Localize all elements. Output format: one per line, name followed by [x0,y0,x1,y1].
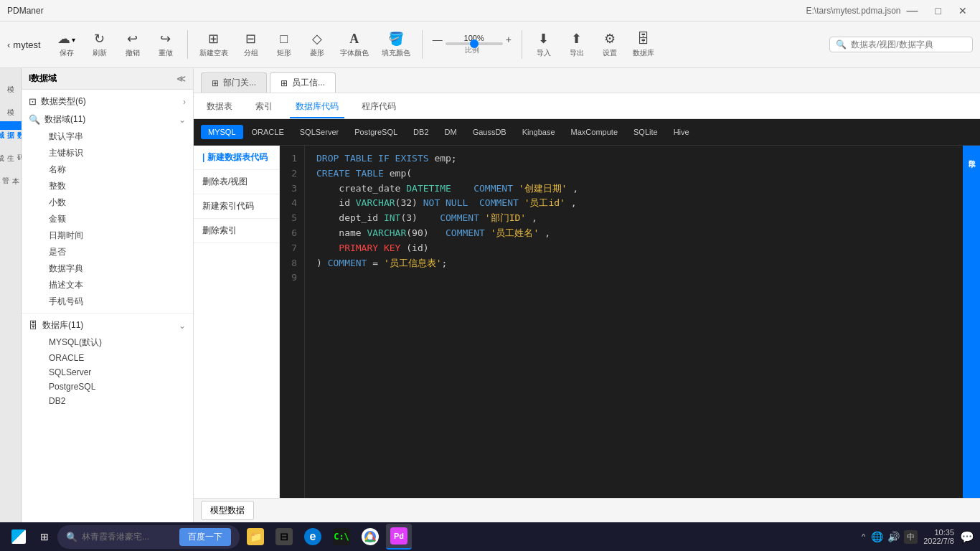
zoom-slider[interactable] [446,42,503,45]
import-label: 导入 [537,48,551,58]
db-item-0[interactable]: MYSQL(默认) [42,334,193,351]
model-data-btn[interactable]: 模型数据 [201,501,254,520]
code-menu-new-table[interactable]: | 新建数据表代码 [194,146,279,170]
db-btn-db2[interactable]: DB2 [406,125,435,139]
taskbar-edge[interactable]: e [300,524,326,550]
export-group[interactable]: ⬆ 导出 [562,28,591,61]
database-group[interactable]: 🗄 数据库 [628,29,659,61]
code-menu-new-index[interactable]: 新建索引代码 [194,194,279,219]
code-line-4: id VARCHAR(32) NOT NULL COMMENT '员工id' , [316,196,951,211]
db-btn-dm[interactable]: DM [438,125,464,139]
domain-item-3[interactable]: 整数 [42,178,193,194]
undo-group[interactable]: ↩ 撤销 [118,28,147,61]
code-line-7: PRIMARY KEY (id) [316,241,951,256]
taskbar-search[interactable]: 🔍 百度一下 [57,525,240,549]
domain-item-5[interactable]: 金额 [42,211,193,227]
rect-label: 矩形 [277,48,291,58]
zoom-minus-btn[interactable]: — [433,34,443,45]
line-num-9: 9 [287,270,297,286]
code-editor[interactable]: 1 2 3 4 5 6 7 8 9 DROP TABLE IF EXISTS e… [280,146,963,498]
task-view-btn[interactable]: ⊞ [34,524,55,550]
close-btn[interactable]: ✕ [953,4,973,18]
baidu-btn[interactable]: 百度一下 [179,528,231,546]
tree-item-datatypes[interactable]: ⊡ 数据类型(6) › [22,93,193,110]
db-btn-postgresql[interactable]: PostgreSQL [347,125,405,139]
minimize-btn[interactable]: — [901,3,924,19]
content-tab-dbcode[interactable]: 数据库代码 [290,98,344,118]
search-input[interactable] [851,39,966,50]
domain-item-8[interactable]: 数据字典 [42,260,193,277]
tab-emp[interactable]: ⊞ 员工信... [270,72,336,93]
domain-item-2[interactable]: 名称 [42,161,193,178]
taskbar-search-icon: 🔍 [66,532,77,542]
start-button[interactable] [6,524,32,550]
taskbar-terminal[interactable]: C:\ [329,524,354,550]
tab-dept[interactable]: ⊞ 部门关... [201,72,267,93]
taskbar-search-input[interactable] [82,532,175,542]
taskbar-chrome[interactable] [357,524,383,550]
content-tab-progcode[interactable]: 程序代码 [356,98,402,118]
db-btn-mysql[interactable]: MYSQL [201,125,243,139]
content-tab-index[interactable]: 索引 [250,98,278,118]
db-btn-hive[interactable]: Hive [666,125,697,139]
panel-header: I数据域 ≪ [22,68,193,90]
tree-item-databases[interactable]: 🗄 数据库(11) ⌄ [22,316,193,334]
tree-item-domains[interactable]: 🔍 数据域(11) ⌄ [22,110,193,128]
maximize-btn[interactable]: □ [930,4,947,18]
db-selector: MYSQL ORACLE SQLServer PostgreSQL DB2 DM… [194,119,980,146]
terminal-icon: C:\ [333,528,350,545]
content-tab-datatable[interactable]: 数据表 [201,98,238,118]
code-menu: | 新建数据表代码 删除表/视图 新建索引代码 删除索引 [194,146,280,498]
search-box[interactable]: 🔍 [829,37,973,52]
lang-indicator[interactable]: 中 [904,530,918,544]
shape-group[interactable]: ◇ 菱形 [303,28,331,61]
code-menu-drop-table[interactable]: 删除表/视图 [194,170,279,194]
domain-item-9[interactable]: 描述文本 [42,277,193,293]
code-menu-drop-index[interactable]: 删除索引 [194,219,279,243]
back-button[interactable]: ‹ mytest [7,39,41,50]
domain-item-0[interactable]: 默认字串 [42,128,193,145]
dropdown-arrow-save: ▾ [72,36,75,44]
code-line-1: DROP TABLE IF EXISTS emp; [316,151,951,166]
db-btn-sqlserver[interactable]: SQLServer [293,125,346,139]
db-btn-gaussdb[interactable]: GaussDB [466,125,514,139]
domain-item-1[interactable]: 主键标识 [42,145,193,161]
search-icon: 🔍 [836,39,847,50]
font-color-group[interactable]: A 字体颜色 [336,29,373,61]
project-name: mytest [13,39,40,50]
zoom-plus-btn[interactable]: + [506,34,512,45]
refresh-group[interactable]: ↻ 刷新 [85,28,114,61]
taskbar-manager[interactable]: ⊟ [271,524,297,550]
redo-group[interactable]: ↪ 重做 [151,28,180,61]
new-table-group[interactable]: ⊞ 新建空表 [195,28,232,61]
domain-item-7[interactable]: 是否 [42,244,193,260]
domain-item-6[interactable]: 日期时间 [42,227,193,244]
taskbar-pdmaner[interactable]: Pd [386,524,412,550]
tray-expand[interactable]: ^ [862,532,865,541]
db-btn-maxcompute[interactable]: MaxCompute [564,125,625,139]
domain-item-4[interactable]: 小数 [42,194,193,211]
db-btn-oracle[interactable]: ORACLE [245,125,291,139]
domain-item-10[interactable]: 手机号码 [42,293,193,310]
import-group[interactable]: ⬇ 导入 [529,28,558,61]
db-item-1[interactable]: ORACLE [42,351,193,365]
fill-color-icon: 🪣 [388,31,404,47]
taskbar: ⊞ 🔍 百度一下 📁 ⊟ e C:\ [0,522,980,551]
db-item-2[interactable]: SQLServer [42,365,193,380]
right-bar-label[interactable]: 数字段 [963,149,979,160]
db-item-4[interactable]: DB2 [42,394,193,408]
divider-3 [522,30,522,59]
sidebar-icon-model1[interactable]: 模 [3,75,19,84]
settings-group[interactable]: ⚙ 设置 [595,28,624,61]
notification-icon[interactable]: 💬 [960,530,974,544]
db-btn-sqlite[interactable]: SQLite [626,125,665,139]
db-btn-kingbase[interactable]: Kingbase [515,125,562,139]
taskbar-explorer[interactable]: 📁 [242,524,268,550]
collapse-btn[interactable]: ≪ [176,74,186,84]
fill-color-group[interactable]: 🪣 填充颜色 [377,28,415,61]
save-group[interactable]: ☁ ▾ 保存 [52,28,81,61]
sidebar-icon-model2[interactable]: 模 [3,98,19,107]
rect-group[interactable]: □ 矩形 [270,29,298,61]
db-item-3[interactable]: PostgreSQL [42,380,193,394]
split-group[interactable]: ⊟ 分组 [237,28,265,61]
